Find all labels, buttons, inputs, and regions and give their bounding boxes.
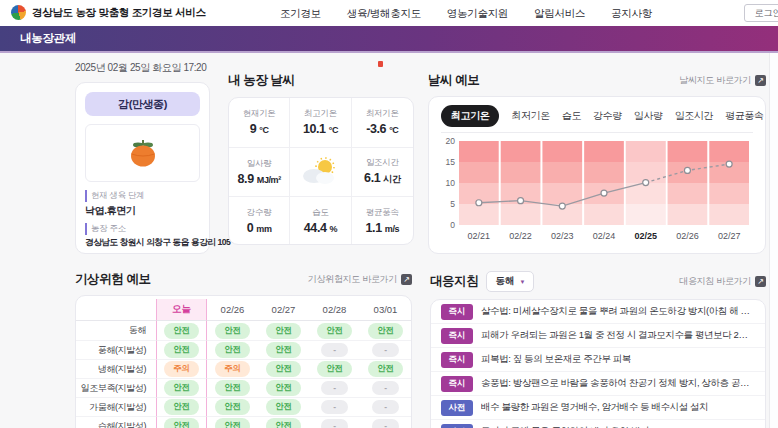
tab-평균풍속[interactable]: 평균풍속 (725, 109, 763, 123)
risk-header-02/26: 02/26 (207, 299, 258, 321)
weather-cell-value: 10.1 °C (303, 122, 338, 136)
nav-item-3[interactable]: 영농기술지원 (447, 7, 508, 21)
weather-cell-label: 현재기온 (243, 108, 276, 120)
farm-panel: 2025년 02월 25일 화요일 17:20 감(만생종) 현재 생육 단계 … (75, 61, 210, 254)
weather-cell-unit: % (330, 224, 338, 234)
forecast-line-chart: 0510152002/2102/2202/2302/2402/2502/2602… (441, 135, 755, 247)
status-badge: 안전 (266, 380, 300, 396)
scrollbar[interactable] (769, 53, 778, 428)
risk-cell: - (360, 378, 411, 397)
weather-cell-label: 강수량 (247, 207, 272, 219)
weather-cell-label: 습도 (312, 207, 328, 219)
weather-cell-현재기온: 현재기온9 °C (229, 98, 290, 148)
nav-item-4[interactable]: 알림서비스 (534, 7, 585, 21)
external-link-icon: ↗ (755, 75, 766, 86)
guideline-item-4[interactable]: 즉시송풍법: 방상팬으로 바람을 송풍하여 찬공기 정체 방지, 상하층 공기혼… (431, 371, 765, 395)
tab-최저기온[interactable]: 최저기온 (511, 109, 549, 123)
guideline-item-2[interactable]: 즉시피해가 우려되는 과원은 1월 중 전정 시 결과모지수를 평년보다 2배 … (431, 323, 765, 347)
risk-cell: 안전 (258, 321, 309, 340)
tab-최고기온[interactable]: 최고기온 (441, 105, 499, 127)
tab-일사량[interactable]: 일사량 (634, 109, 663, 123)
red-marker-icon (378, 61, 383, 67)
status-badge: 안전 (164, 418, 198, 428)
svg-text:02/21: 02/21 (468, 231, 491, 241)
risk-cell: 안전 (156, 416, 207, 428)
forecast-card: 최고기온최저기온습도강수량일사량일조시간평균풍속최고풍속 0510152002/… (428, 96, 766, 254)
status-badge: 안전 (266, 342, 300, 358)
svg-text:02/25: 02/25 (634, 231, 657, 241)
svg-text:02/26: 02/26 (676, 231, 699, 241)
weather-cell-value: -3.6 °C (366, 122, 398, 136)
risk-row-label: 가뭄해(지발성) (76, 397, 156, 416)
risk-cell: - (309, 397, 360, 416)
risk-map-link-label: 기상위험지도 바로가기 (308, 273, 397, 286)
svg-text:10: 10 (446, 178, 456, 188)
risk-cell: 안전 (156, 378, 207, 397)
risk-cell: 안전 (360, 359, 411, 378)
guideline-badge: 즉시 (441, 376, 473, 392)
weather-cell-label: 일조시간 (366, 157, 399, 169)
nav-item-5[interactable]: 공지사항 (611, 7, 652, 21)
weather-cell-value: 0 mm (247, 221, 272, 235)
tab-습도[interactable]: 습도 (562, 109, 581, 123)
forecast-title: 날씨 예보 (428, 72, 479, 89)
status-badge: 안전 (215, 342, 249, 358)
svg-text:5: 5 (450, 199, 455, 209)
risk-cell: - (360, 416, 411, 428)
svg-text:15: 15 (446, 157, 456, 167)
farm-address-value: 경상남도 창원시 의창구 동읍 용강리 105 (85, 237, 200, 249)
external-link-icon: ↗ (755, 276, 766, 287)
status-badge: 안전 (266, 323, 300, 339)
status-badge: 안전 (164, 380, 198, 396)
guideline-item-5[interactable]: 사전배수 불량한 과원은 명거배수, 암거배수 등 배수시설 설치 (431, 395, 765, 419)
risk-row-label: 동해 (76, 321, 156, 340)
risk-map-link[interactable]: 기상위험지도 바로가기 ↗ (308, 273, 412, 286)
nav-item-1[interactable]: 조기경보 (280, 7, 321, 21)
status-badge: 안전 (215, 418, 249, 428)
risk-row-label: 냉해(지발성) (76, 359, 156, 378)
status-badge: 안전 (215, 399, 249, 415)
guideline-item-6[interactable]: 사전두더지 굴에 물을 주입하여 냉기 유입 방지 (431, 419, 765, 428)
guideline-item-1[interactable]: 즉시살수법: 미세살수장치로 물을 뿌려 과원의 온도하강 방지(아침 해 뜰 … (431, 300, 765, 323)
guidelines-link[interactable]: 대응지침 바로가기 ↗ (679, 275, 766, 288)
svg-text:02/24: 02/24 (593, 231, 616, 241)
guideline-badge: 즉시 (441, 352, 473, 368)
weather-cell-최저기온: 최저기온-3.6 °C (352, 98, 413, 148)
sun-behind-cloud-icon (300, 157, 340, 187)
weather-cell-value: 8.9 MJ/m² (238, 172, 281, 186)
tab-강수량[interactable]: 강수량 (593, 109, 622, 123)
guideline-item-3[interactable]: 즉시피복법: 짚 등의 보온재로 주간부 피복 (431, 347, 765, 371)
crop-name-pill[interactable]: 감(만생종) (85, 92, 200, 116)
persimmon-icon (125, 137, 161, 169)
weather-cell-일조시간: 일조시간6.1 시간 (352, 148, 413, 198)
risk-cell: 안전 (207, 340, 258, 359)
risk-header-empty (76, 299, 156, 321)
tab-일조시간[interactable]: 일조시간 (675, 109, 713, 123)
weather-cell-unit: 시간 (383, 174, 400, 184)
risk-cell: - (309, 378, 360, 397)
status-badge: 안전 (164, 399, 198, 415)
weather-risk-panel: 기상위험 예보 기상위험지도 바로가기 ↗ 오늘02/2602/2702/280… (75, 271, 412, 428)
risk-cell: 안전 (258, 378, 309, 397)
weather-map-link[interactable]: 날씨지도 바로가기 ↗ (679, 74, 766, 87)
guideline-text: 피해가 우려되는 과원은 1월 중 전정 시 결과모지수를 평년보다 2배 정도… (481, 329, 755, 342)
guideline-badge: 즉시 (441, 328, 473, 344)
risk-cell: - (360, 397, 411, 416)
risk-cell: 안전 (207, 321, 258, 340)
status-badge: 안전 (215, 380, 249, 396)
guidelines-link-label: 대응지침 바로가기 (679, 275, 751, 288)
nav-item-2[interactable]: 생육/병해충지도 (347, 7, 421, 21)
risk-row-label: 풍해(지발성) (76, 340, 156, 359)
login-button[interactable]: 로그인 (744, 4, 778, 22)
current-datetime: 2025년 02월 25일 화요일 17:20 (75, 61, 210, 75)
guideline-badge: 사전 (441, 424, 473, 428)
risk-cell: 안전 (309, 321, 360, 340)
weather-cell-value: 1.1 m/s (366, 221, 400, 235)
growth-stage-value: 낙엽.휴면기 (85, 204, 200, 218)
farm-address-label: 농장 주소 (85, 223, 200, 235)
risk-type-dropdown[interactable]: 동해 ▼ (486, 271, 534, 292)
status-badge: - (372, 343, 399, 357)
weather-cell-unit: m/s (385, 224, 399, 234)
banner-title: 내농장관제 (0, 26, 778, 46)
forecast-chart-host: 0510152002/2102/2202/2302/2402/2502/2602… (441, 135, 753, 251)
